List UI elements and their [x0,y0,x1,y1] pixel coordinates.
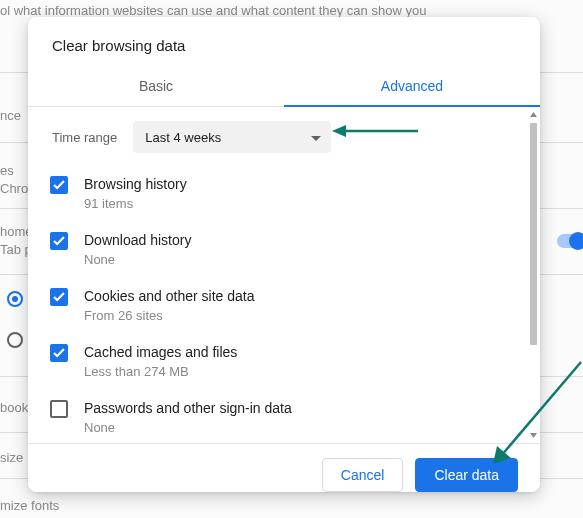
list-item: Download historyNone [50,223,524,279]
checkbox[interactable] [50,344,68,362]
radio-unselected [7,332,23,348]
time-range-value: Last 4 weeks [145,130,221,145]
item-subtitle: From 26 sites [84,307,254,325]
item-title: Cookies and other site data [84,286,254,306]
bg-text: size [0,450,23,465]
dialog-title: Clear browsing data [28,17,540,68]
item-subtitle: Less than 274 MB [84,363,237,381]
cancel-button[interactable]: Cancel [322,458,404,492]
list-item: Browsing history91 items [50,167,524,223]
toggle-switch [557,234,583,252]
scrollbar[interactable] [530,111,537,439]
list-item: Cached images and filesLess than 274 MB [50,335,524,391]
bg-text: ol what information websites can use and… [0,3,426,18]
list-item: Cookies and other site dataFrom 26 sites [50,279,524,335]
dialog-body: Time range Last 4 weeks Browsing history… [28,107,540,443]
bg-text: es [0,163,14,178]
item-title: Cached images and files [84,342,237,362]
radio-selected [7,291,23,307]
scroll-thumb[interactable] [530,123,537,345]
item-text: Cached images and filesLess than 274 MB [84,342,237,381]
list-item: Passwords and other sign-in dataNone [50,391,524,443]
bg-text: mize fonts [0,498,59,513]
item-title: Passwords and other sign-in data [84,398,292,418]
tab-basic[interactable]: Basic [28,68,284,106]
tab-advanced[interactable]: Advanced [284,68,540,106]
checkbox[interactable] [50,232,68,250]
bg-text: book [0,400,28,415]
item-text: Passwords and other sign-in dataNone [84,398,292,437]
scroll-up-icon[interactable] [530,111,537,118]
time-range-label: Time range [52,130,117,145]
item-text: Cookies and other site dataFrom 26 sites [84,286,254,325]
item-title: Download history [84,230,191,250]
dialog-footer: Cancel Clear data [28,443,540,492]
clear-data-button[interactable]: Clear data [415,458,518,492]
checkbox-list: Browsing history91 itemsDownload history… [28,167,528,443]
item-text: Download historyNone [84,230,191,269]
time-range-select[interactable]: Last 4 weeks [133,121,331,153]
checkbox[interactable] [50,288,68,306]
clear-browsing-data-dialog: Clear browsing data Basic Advanced Time … [28,17,540,492]
checkbox[interactable] [50,400,68,418]
chevron-down-icon [311,130,321,145]
item-subtitle: 91 items [84,195,187,213]
checkbox[interactable] [50,176,68,194]
bg-text: Chro [0,181,28,196]
item-subtitle: None [84,251,191,269]
time-range-row: Time range Last 4 weeks [28,107,528,167]
bg-text: nce [0,108,21,123]
item-text: Browsing history91 items [84,174,187,213]
scroll-area: Time range Last 4 weeks Browsing history… [28,107,528,443]
item-title: Browsing history [84,174,187,194]
item-subtitle: None [84,419,292,437]
tab-bar: Basic Advanced [28,68,540,107]
scroll-down-icon[interactable] [530,432,537,439]
